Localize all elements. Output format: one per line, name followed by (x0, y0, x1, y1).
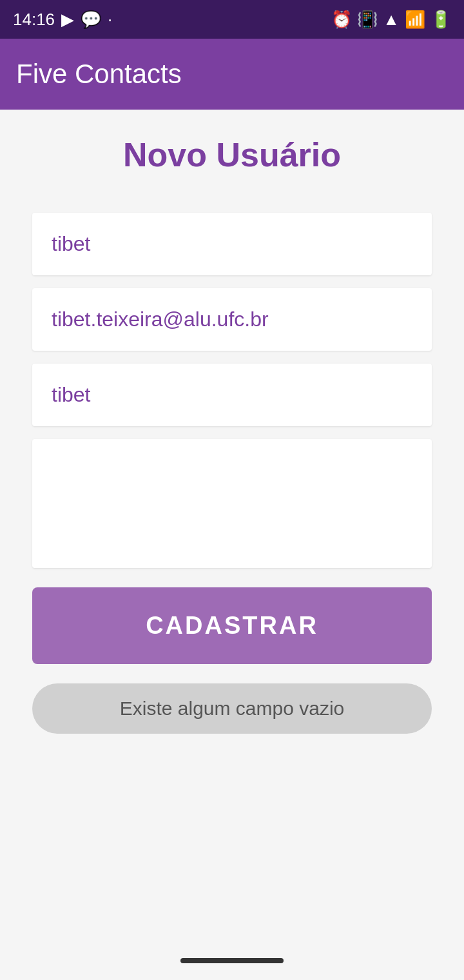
status-bar-left: 14:16 ▶ 💬 · (13, 10, 112, 30)
wifi-icon: ▲ (383, 10, 400, 30)
username-input[interactable] (32, 364, 432, 426)
notification-dot: · (108, 10, 112, 30)
bottom-nav (0, 941, 464, 980)
app-bar: Five Contacts (0, 39, 464, 110)
form-container: CADASTRAR Existe algum campo vazio (32, 213, 432, 734)
status-bar-right: ⏰ 📳 ▲ 📶 🔋 (331, 10, 451, 30)
error-toast: Existe algum campo vazio (32, 683, 432, 734)
page-heading: Novo Usuário (123, 135, 341, 174)
youtube-icon: ▶ (61, 10, 74, 30)
email-input[interactable] (32, 288, 432, 351)
status-bar: 14:16 ▶ 💬 · ⏰ 📳 ▲ 📶 🔋 (0, 0, 464, 39)
name-input[interactable] (32, 213, 432, 275)
bottom-home-indicator (180, 958, 284, 963)
whatsapp-icon: 💬 (81, 10, 101, 30)
alarm-icon: ⏰ (331, 10, 352, 30)
main-content: Novo Usuário CADASTRAR Existe algum camp… (0, 110, 464, 734)
signal-icon: 📶 (405, 10, 425, 30)
vibrate-icon: 📳 (357, 10, 378, 30)
app-title: Five Contacts (16, 59, 182, 90)
battery-icon: 🔋 (430, 10, 451, 30)
status-time: 14:16 (13, 10, 55, 30)
password-input[interactable] (32, 439, 432, 568)
cadastrar-button[interactable]: CADASTRAR (32, 587, 432, 664)
